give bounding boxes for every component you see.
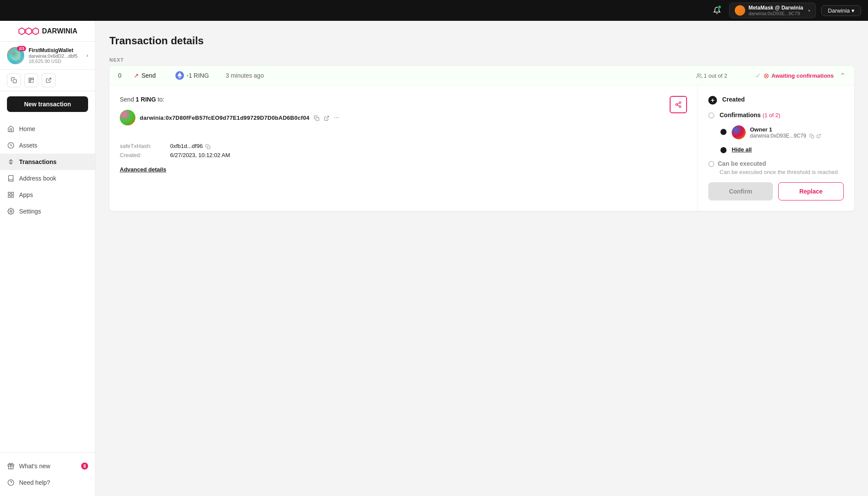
settings-icon xyxy=(7,207,15,215)
assets-icon xyxy=(7,141,15,149)
new-transaction-button[interactable]: New transaction xyxy=(7,96,88,112)
timeline-owner: Owner 1 darwinia:0xD93E...9C79 xyxy=(708,125,844,139)
sidebar-item-home[interactable]: Home xyxy=(0,121,95,137)
created-timeline-label: Created xyxy=(722,96,745,103)
sidebar-item-address-book[interactable]: Address book xyxy=(0,170,95,187)
sidebar-label-home: Home xyxy=(19,125,35,132)
svg-rect-4 xyxy=(29,81,31,82)
sidebar-item-settings[interactable]: Settings xyxy=(0,203,95,220)
whats-new-item[interactable]: What's new 8 xyxy=(0,458,95,474)
brand-icon: ⬡⬡⬡ xyxy=(18,26,39,36)
can-execute-section: Can be executed Can be executed once the… xyxy=(708,160,844,175)
advanced-details-link[interactable]: Advanced details xyxy=(120,166,166,173)
sidebar: ⬡⬡⬡ DARWINIA xyxy=(0,21,95,496)
svg-point-12 xyxy=(10,210,12,212)
owner-info: Owner 1 darwinia:0xD93E...9C79 xyxy=(750,126,844,139)
sidebar-label-transactions: Transactions xyxy=(19,158,56,165)
sidebar-label-assets: Assets xyxy=(19,142,37,149)
svg-line-5 xyxy=(48,78,51,81)
share-button[interactable] xyxy=(670,96,687,113)
qr-code-button[interactable] xyxy=(24,73,38,87)
transaction-metadata: safeTxHash: 0xfb1d...df96 xyxy=(120,143,687,158)
hide-all-dot xyxy=(720,147,727,153)
sidebar-bottom: What's new 8 Need help? xyxy=(0,452,95,496)
owners-count: 1 out of 2 xyxy=(704,72,727,79)
check-icon: ✓ xyxy=(755,72,761,80)
replace-button[interactable]: Replace xyxy=(778,182,844,200)
svg-rect-11 xyxy=(11,195,13,197)
svg-rect-8 xyxy=(8,192,10,194)
confirm-button[interactable]: Confirm xyxy=(708,182,773,200)
help-icon xyxy=(7,479,15,486)
svg-point-17 xyxy=(697,74,699,76)
timeline-confirmations: Confirmations (1 of 2) xyxy=(708,112,844,118)
sidebar-item-assets[interactable]: Assets xyxy=(0,137,95,154)
notifications-bell[interactable] xyxy=(710,3,724,17)
transaction-type-label: Send xyxy=(141,72,156,79)
home-icon xyxy=(7,125,15,133)
owner-avatar xyxy=(732,125,746,139)
notification-dot xyxy=(718,5,721,9)
created-row: Created: 6/27/2023, 10:12:02 AM xyxy=(120,152,687,158)
more-options-icon[interactable]: ··· xyxy=(334,114,339,122)
transaction-time: 3 minutes ago xyxy=(226,72,689,79)
cancel-icon: ⊗ xyxy=(763,72,769,80)
metamask-avatar xyxy=(735,5,745,16)
chevron-down-icon: ▾ xyxy=(808,8,810,13)
nav-menu: Home Assets xyxy=(0,117,95,452)
brand-text: DARWINIA xyxy=(42,27,77,35)
sidebar-label-settings: Settings xyxy=(19,208,41,215)
timeline: + Created Confirmations (1 of 2 xyxy=(708,96,844,175)
wallet-section[interactable]: 2/3 FirstMutisigWallet darwinia:0x6dD2..… xyxy=(0,42,95,70)
action-buttons: Confirm Replace xyxy=(708,182,844,200)
network-label: Darwinia xyxy=(828,7,850,14)
transactions-icon xyxy=(7,158,15,166)
app-body: ⬡⬡⬡ DARWINIA xyxy=(0,21,868,496)
wallet-threshold-badge: 2/3 xyxy=(17,46,26,51)
transaction-type: ↗ Send xyxy=(134,72,168,79)
svg-rect-18 xyxy=(316,117,319,120)
open-explorer-button[interactable] xyxy=(42,73,56,87)
svg-rect-25 xyxy=(207,146,210,149)
timeline-created: + Created xyxy=(708,96,844,105)
svg-point-0 xyxy=(10,50,21,61)
app-header: MetaMask @ Darwinia darwinia:0xD93E...9C… xyxy=(0,0,868,21)
svg-line-19 xyxy=(326,116,329,118)
svg-line-24 xyxy=(677,103,680,104)
confirmations-label: Confirmations xyxy=(720,112,761,118)
transaction-number: 0 xyxy=(118,72,127,79)
can-execute-dot xyxy=(708,161,714,167)
copy-owner-icon[interactable] xyxy=(809,133,815,139)
recipient-avatar xyxy=(120,110,135,125)
sidebar-item-apps[interactable]: Apps xyxy=(0,187,95,203)
svg-rect-1 xyxy=(13,79,16,83)
created-label: Created: xyxy=(120,152,163,158)
created-plus-icon: + xyxy=(708,96,717,105)
transaction-status-icons: ✓ ⊗ Awaiting confirmations ⌃ xyxy=(755,72,846,80)
metamask-account-selector[interactable]: MetaMask @ Darwinia darwinia:0xD93E...9C… xyxy=(729,3,816,18)
wallet-name: FirstMutisigWallet xyxy=(29,47,82,53)
apps-icon xyxy=(7,191,15,199)
network-button[interactable]: Darwinia ▾ xyxy=(821,5,861,16)
can-execute-title: Can be executed xyxy=(708,160,844,167)
owner-dot xyxy=(720,129,727,135)
send-to-label: to: xyxy=(158,96,164,103)
transaction-card: 0 ↗ Send -1 RING 3 minutes ago xyxy=(109,66,854,211)
need-help-label: Need help? xyxy=(19,479,50,486)
sidebar-item-transactions[interactable]: Transactions xyxy=(0,154,95,170)
svg-rect-2 xyxy=(29,78,31,80)
svg-point-21 xyxy=(676,104,677,105)
safe-tx-hash-row: safeTxHash: 0xfb1d...df96 xyxy=(120,143,687,149)
svg-rect-10 xyxy=(8,195,10,197)
safe-tx-hash-label: safeTxHash: xyxy=(120,143,163,149)
collapse-button[interactable]: ⌃ xyxy=(840,72,845,80)
copy-address-button[interactable] xyxy=(7,73,21,87)
copy-recipient-icon[interactable] xyxy=(314,114,319,121)
sidebar-brand: ⬡⬡⬡ DARWINIA xyxy=(0,21,95,42)
hide-all-button[interactable]: Hide all xyxy=(732,146,752,153)
svg-line-27 xyxy=(819,134,821,136)
open-recipient-icon[interactable] xyxy=(324,114,329,121)
open-owner-icon[interactable] xyxy=(816,133,821,139)
need-help-item[interactable]: Need help? xyxy=(0,474,95,491)
copy-hash-icon[interactable] xyxy=(205,143,210,149)
